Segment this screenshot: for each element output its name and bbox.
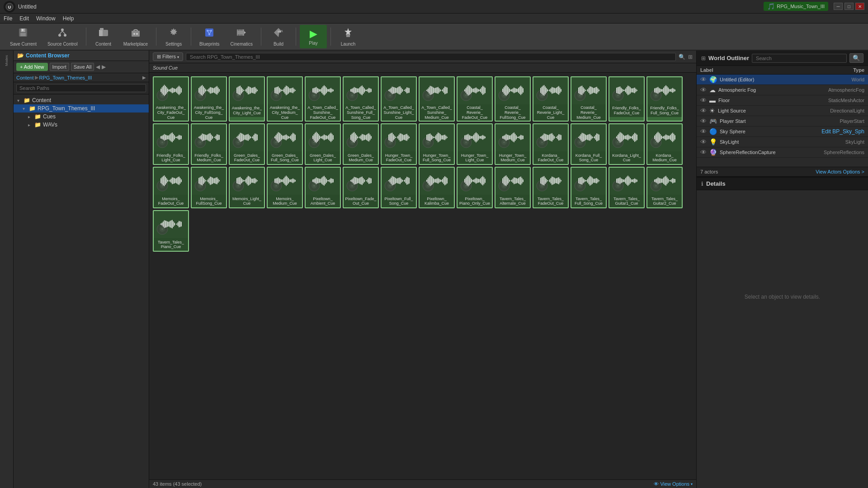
breadcrumb-content[interactable]: Content ▶ RPG_Town_Themes_III [16, 75, 92, 80]
asset-item[interactable]: Tavern_​Tales_​Guitar2_​Cue [646, 167, 683, 208]
visibility-toggle[interactable]: 👁 [700, 107, 707, 114]
asset-item[interactable]: A_​Town_​Called_​Sunshine_​Medium_​Cue [419, 76, 455, 122]
asset-item[interactable]: Friendly_​Folks_​Medium_​Cue [191, 123, 227, 165]
special-type[interactable]: Edit BP_Sky_Sph [821, 128, 864, 135]
tree-item-wavs[interactable]: ▸ 📁 WAVs [14, 121, 149, 129]
menu-file[interactable]: File [4, 15, 12, 22]
save-all-button[interactable]: Save All [71, 63, 94, 71]
visibility-toggle[interactable]: 👁 [700, 138, 707, 145]
asset-item[interactable]: Green_​Dales_​Light_​Cue [305, 123, 341, 165]
minimize-button[interactable]: ─ [834, 3, 843, 10]
outliner-item[interactable]: 👁 ▬ Floor StaticMeshActor [697, 95, 868, 106]
filters-button[interactable]: ⊞ Filters ▾ [153, 52, 183, 61]
menu-edit[interactable]: Edit [19, 15, 29, 22]
asset-item[interactable]: Coastal_​Reverie_​FadeOut_​Cue [457, 76, 493, 122]
asset-item[interactable]: Memoirs_​Medium_​Cue [267, 167, 303, 208]
asset-item[interactable]: Memoirs_​FullSong_​Cue [191, 167, 227, 208]
asset-item[interactable]: Coastal_​Reverie_​Light_​Cue [533, 76, 569, 122]
asset-item[interactable]: Friendly_​Folks_​FadeOut_​Cue [609, 76, 645, 122]
asset-item[interactable]: Tavern_​Tales_​Guitar1_​Cue [609, 167, 645, 208]
asset-item[interactable]: Coastal_​Reverie_​FullSong_​Cue [495, 76, 531, 122]
save-current-button[interactable]: Save Current [5, 25, 41, 48]
outliner-item[interactable]: 👁 🎮 Player Start PlayerStart [697, 116, 868, 127]
svg-rect-72 [212, 87, 213, 93]
asset-item[interactable]: Pixeltown_​Piano_​Only_​Cue [457, 167, 493, 208]
asset-item[interactable]: Memoirs_​FadeOut_​Cue [153, 167, 189, 208]
svg-rect-155 [359, 88, 359, 92]
maximize-button[interactable]: □ [844, 3, 854, 10]
tree-item-content[interactable]: ▾ 📁 Content [14, 96, 149, 104]
asset-item[interactable]: Kordana_​Medium_​Cue [646, 123, 683, 165]
asset-item[interactable]: Awakening_​the_​City_​Medium_​Cue [267, 76, 303, 122]
asset-item[interactable]: Pixeltown_​Full_​Song_​Cue [381, 167, 417, 208]
asset-item[interactable]: Pixeltown_​Kalimba_​Cue [419, 167, 455, 208]
nav-back[interactable]: ◀ [96, 64, 100, 70]
asset-item[interactable]: Hunger_​Town_​Light_​Cue [457, 123, 493, 165]
outliner-search-button[interactable]: 🔍 [849, 53, 863, 63]
import-button[interactable]: Import [50, 63, 69, 71]
nav-forward[interactable]: ▶ [102, 64, 106, 70]
play-button[interactable]: ▶ Play [300, 25, 327, 48]
view-actors-options-button[interactable]: View Actors Options > [816, 169, 864, 174]
asset-item[interactable]: Kordana_​FadeOut_​Cue [533, 123, 569, 165]
asset-item[interactable]: Kordana_​Light_​Cue [609, 123, 645, 165]
visibility-toggle[interactable]: 👁 [700, 128, 707, 135]
asset-item[interactable]: Green_​Dales_​FadeOut_​Cue [229, 123, 265, 165]
asset-item[interactable]: Tavern_​Tales_​Piano_​Cue [153, 210, 189, 252]
asset-item[interactable]: Kordana_​Full_​Song_​Cue [571, 123, 607, 165]
asset-item[interactable]: Awakening_​the_​City_​FadeOut_​Cue [153, 76, 189, 122]
asset-item[interactable]: Green_​Dales_​Medium_​Cue [343, 123, 379, 165]
outliner-item[interactable]: 👁 ☀ Light Source DirectionalLight [697, 106, 868, 116]
source-control-button[interactable]: Source Control [43, 25, 82, 48]
build-button[interactable]: Build [265, 25, 292, 48]
settings-button[interactable]: Settings [160, 25, 187, 48]
outliner-item[interactable]: 👁 🌍 Untitled (Editor) World [697, 75, 868, 85]
visibility-toggle[interactable]: 👁 [700, 149, 707, 156]
blueprints-button[interactable]: Blueprints [195, 25, 224, 48]
menu-help[interactable]: Help [63, 15, 74, 22]
content-search-input[interactable] [186, 53, 676, 61]
asset-item[interactable]: Friendly_​Folks_​Full_​Song_​Cue [646, 76, 683, 122]
outliner-search-input[interactable] [752, 54, 847, 63]
asset-item[interactable]: Friendly_​Folks_​Light_​Cue [153, 123, 189, 165]
svg-rect-413 [276, 135, 277, 140]
asset-item[interactable]: Coastal_​Reverie_​Medium_​Cue [571, 76, 607, 122]
add-new-button[interactable]: + Add New [16, 63, 48, 71]
asset-item[interactable]: A_​Town_​Called_​Sunshine_​Light_​Cue [381, 76, 417, 122]
menu-window[interactable]: Window [36, 15, 56, 22]
launch-button[interactable]: Launch [335, 25, 362, 48]
visibility-toggle[interactable]: 👁 [700, 97, 707, 104]
asset-item[interactable]: Tavern_​Tales_​FadeOut_​Cue [533, 167, 569, 208]
asset-item[interactable]: Pixeltown_​Fade_​Out_​Cue [343, 167, 379, 208]
asset-item[interactable]: Green_​Dales_​Full_​Song_​Cue [267, 123, 303, 165]
asset-item[interactable]: Awakening_​the_​City_​FullSong_​Cue [191, 76, 227, 122]
asset-item[interactable]: Pixeltown_​Ambient_​Cue [305, 167, 341, 208]
asset-item[interactable]: Hunger_​Town_​FadeOut_​Cue [381, 123, 417, 165]
tree-item-cues[interactable]: ▸ 📁 Cues [14, 113, 149, 121]
asset-item[interactable]: Tavern_​Tales_​Full_​Song_​Cue [571, 167, 607, 208]
path-search-input[interactable] [16, 84, 146, 92]
view-toggle-icon[interactable]: ⊞ [688, 54, 693, 60]
svg-rect-216 [467, 86, 467, 94]
asset-item[interactable]: Hunger_​Town_​Medium_​Cue [495, 123, 531, 165]
marketplace-button[interactable]: Marketplace [119, 25, 152, 48]
asset-item[interactable]: Hunger_​Town_​Full_​Song_​Cue [419, 123, 455, 165]
cinematics-button[interactable]: Cinematics [226, 25, 257, 48]
asset-item[interactable]: Tavern_​Tales_​Alternate_​Cue [495, 167, 531, 208]
visibility-toggle[interactable]: 👁 [700, 117, 707, 125]
svg-rect-863 [515, 178, 516, 184]
asset-item[interactable]: Memoirs_​Light_​Cue [229, 167, 265, 208]
view-options-button[interactable]: 👁 View Options ▾ [654, 481, 693, 487]
outliner-item[interactable]: 👁 ☁ Atmospheric Fog AtmosphericFog [697, 85, 868, 95]
close-button[interactable]: ✕ [855, 3, 864, 10]
asset-item[interactable]: Awakening_​the_​City_​Light_​Cue [229, 76, 265, 122]
outliner-item[interactable]: 👁 🔮 SphereReflectionCapture SphereReflec… [697, 147, 868, 158]
outliner-item[interactable]: 👁 💡 SkyLight SkyLight [697, 137, 868, 147]
visibility-toggle[interactable]: 👁 [700, 76, 707, 83]
asset-item[interactable]: A_​Town_​Called_​Sunshine_​FadeOut_​Cue [305, 76, 341, 122]
outliner-item[interactable]: 👁 🔵 Sky Sphere Edit BP_Sky_Sph [697, 127, 868, 137]
visibility-toggle[interactable]: 👁 [700, 86, 707, 94]
asset-item[interactable]: A_​Town_​Called_​Sunshine_​Full_​Song_​C… [343, 76, 379, 122]
content-button[interactable]: Content [90, 25, 117, 48]
tree-item-rpg[interactable]: ▾ 📁 RPG_Town_Themes_III [14, 104, 149, 113]
